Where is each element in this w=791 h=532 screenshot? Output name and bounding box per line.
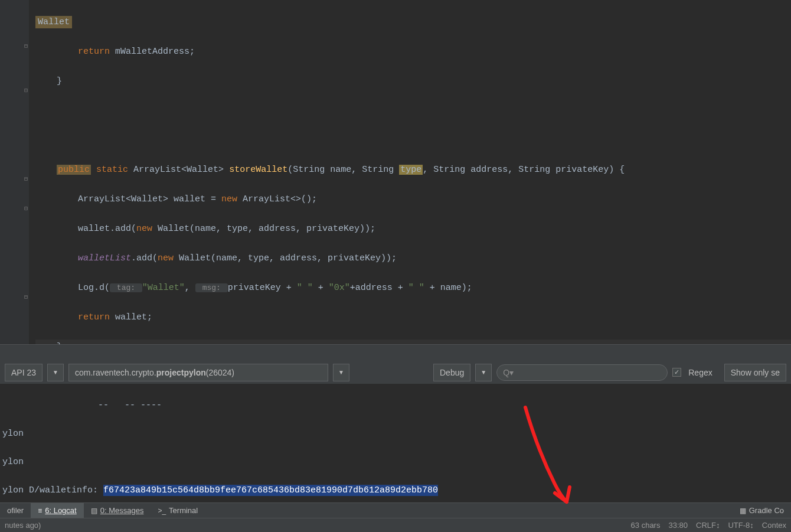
loglevel-dropdown-arrow[interactable]: ▼ — [475, 364, 492, 381]
code-content[interactable]: Wallet return mWalletAddress; } public s… — [30, 0, 791, 344]
status-chars: 63 chars — [631, 521, 661, 530]
fold-icon[interactable]: ⊟ — [24, 293, 28, 301]
selected-text: f67423a849b15c564d8bb9fee767c685436bd83e… — [103, 485, 438, 496]
tab-terminal[interactable]: >_Terminal — [151, 503, 205, 518]
messages-icon: ▤ — [91, 507, 97, 515]
fold-icon[interactable]: ⊟ — [24, 43, 28, 50]
tab-messages[interactable]: ▤0: Messages — [84, 503, 151, 518]
process-dropdown-arrow[interactable]: ▼ — [333, 364, 349, 381]
logcat-icon: ≡ — [38, 507, 42, 515]
code-editor[interactable]: ⊟ ⊟ ⊟ ⊟ ⊟ Wallet return mWalletAddress; … — [0, 0, 791, 344]
editor-gutter: ⊟ ⊟ ⊟ ⊟ ⊟ — [0, 0, 30, 344]
logcat-output[interactable]: -- -- ---- ylon ylon ylon D/walletinfo: … — [0, 384, 791, 502]
log-search-input[interactable]: Q▾ — [496, 364, 668, 381]
search-icon: Q▾ — [503, 368, 514, 377]
bottom-tool-tabs: ofiler ≡6: Logcat ▤0: Messages >_Termina… — [0, 502, 791, 518]
tab-logcat[interactable]: ≡6: Logcat — [31, 503, 84, 518]
device-dropdown[interactable]: API 23 — [5, 364, 43, 381]
log-line: ylon D/walletinfo: f67423a849b15c564d8bb… — [2, 484, 791, 498]
regex-checkbox[interactable]: ✓ — [672, 368, 681, 377]
tab-gradle-console[interactable]: ▦Gradle Co — [733, 503, 791, 518]
tab-profiler[interactable]: ofiler — [0, 503, 31, 518]
status-caret-pos[interactable]: 33:80 — [668, 521, 688, 530]
loglevel-dropdown[interactable]: Debug — [433, 364, 470, 381]
filter-dropdown[interactable]: Show only se — [724, 364, 786, 381]
gradle-icon: ▦ — [740, 507, 746, 515]
fold-icon[interactable]: ⊟ — [24, 87, 28, 94]
fold-icon[interactable]: ⊟ — [24, 205, 28, 212]
fold-icon[interactable]: ⊟ — [24, 175, 28, 182]
regex-label: Regex — [688, 368, 712, 377]
terminal-icon: >_ — [158, 507, 166, 515]
device-dropdown-arrow[interactable]: ▼ — [47, 364, 64, 381]
process-dropdown[interactable]: com.raventech.crypto.projectpylon (26024… — [68, 364, 328, 381]
class-tag: Wallet — [35, 16, 72, 28]
log-line: ylon — [2, 455, 791, 469]
logcat-toolbar: API 23 ▼ com.raventech.crypto.projectpyl… — [0, 361, 791, 384]
panel-divider[interactable] — [0, 344, 791, 361]
log-line: -- -- ---- — [2, 399, 791, 413]
log-line: ylon — [2, 427, 791, 441]
status-context[interactable]: Contex — [762, 521, 786, 530]
status-encoding[interactable]: UTF-8↕ — [728, 521, 753, 530]
status-message: nutes ago) — [5, 521, 41, 530]
status-bar: nutes ago) 63 chars 33:80 CRLF↕ UTF-8↕ C… — [0, 518, 791, 532]
status-line-sep[interactable]: CRLF↕ — [696, 521, 720, 530]
